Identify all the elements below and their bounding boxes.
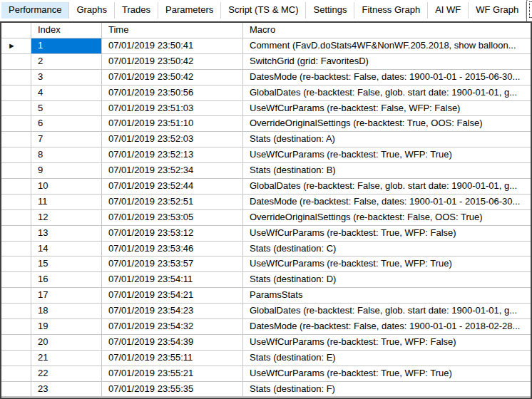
row-selector[interactable]: [1, 272, 31, 288]
cell-index[interactable]: 17: [31, 288, 102, 304]
row-selector[interactable]: ►: [1, 38, 31, 54]
cell-time[interactable]: 07/01/2019 23:51:03: [102, 101, 243, 117]
cell-macro[interactable]: Stats (destination: C): [243, 242, 531, 257]
column-header-time[interactable]: Time: [102, 23, 243, 38]
row-selector[interactable]: [1, 179, 31, 195]
cell-index[interactable]: 21: [31, 351, 102, 366]
cell-macro[interactable]: Stats (destination: F): [243, 382, 531, 398]
row-selector[interactable]: [1, 210, 31, 226]
cell-time[interactable]: 07/01/2019 23:53:57: [102, 256, 243, 272]
cell-index[interactable]: 15: [31, 256, 102, 272]
row-selector[interactable]: [1, 147, 31, 163]
tab-trades[interactable]: Trades: [115, 2, 158, 19]
cell-index[interactable]: 9: [31, 163, 102, 179]
cell-index[interactable]: 10: [31, 179, 102, 195]
cell-index[interactable]: 12: [31, 210, 102, 226]
cell-macro[interactable]: Stats (destination: B): [243, 163, 531, 179]
cell-index[interactable]: 18: [31, 304, 102, 319]
cell-macro[interactable]: Stats (destination: D): [243, 272, 531, 288]
tab-fitness-graph[interactable]: Fitness Graph: [354, 2, 428, 19]
row-selector[interactable]: [1, 195, 31, 210]
cell-macro[interactable]: Stats (destination: E): [243, 351, 531, 366]
cell-time[interactable]: 07/01/2019 23:54:21: [102, 288, 243, 304]
cell-index[interactable]: 7: [31, 132, 102, 147]
tab-wf-graph[interactable]: WF Graph: [469, 2, 526, 19]
cell-macro[interactable]: GlobalDates (re-backtest: False, glob. s…: [243, 179, 531, 195]
cell-macro[interactable]: GlobalDates (re-backtest: False, glob. s…: [243, 86, 531, 101]
cell-index[interactable]: 23: [31, 382, 102, 398]
cell-time[interactable]: 07/01/2019 23:53:05: [102, 210, 243, 226]
cell-index[interactable]: 4: [31, 86, 102, 101]
cell-macro[interactable]: UseWfCurParams (re-backtest: True, WFP: …: [243, 335, 531, 351]
cell-time[interactable]: 07/01/2019 23:50:42: [102, 70, 243, 86]
cell-index[interactable]: 1: [31, 38, 102, 54]
cell-index[interactable]: 6: [31, 116, 102, 132]
cell-time[interactable]: 07/01/2019 23:51:10: [102, 116, 243, 132]
cell-index[interactable]: 11: [31, 195, 102, 210]
cell-macro[interactable]: UseWfCurParams (re-backtest: False, WFP:…: [243, 101, 531, 117]
cell-time[interactable]: 07/01/2019 23:52:34: [102, 163, 243, 179]
row-selector[interactable]: [1, 382, 31, 398]
row-selector[interactable]: [1, 351, 31, 366]
row-selector[interactable]: [1, 256, 31, 272]
cell-time[interactable]: 07/01/2019 23:52:03: [102, 132, 243, 147]
row-selector[interactable]: [1, 288, 31, 304]
cell-time[interactable]: 07/01/2019 23:53:46: [102, 242, 243, 257]
cell-macro[interactable]: DatesMode (re-backtest: False, dates: 19…: [243, 70, 531, 86]
cell-time[interactable]: 07/01/2019 23:50:56: [102, 86, 243, 101]
row-selector[interactable]: [1, 242, 31, 257]
cell-macro[interactable]: SwitchGrid (grid: FavoritesD): [243, 54, 531, 70]
tab-parameters[interactable]: Parameters: [158, 2, 221, 19]
row-selector[interactable]: [1, 86, 31, 101]
cell-macro[interactable]: Stats (destination: A): [243, 132, 531, 147]
cell-index[interactable]: 19: [31, 319, 102, 335]
cell-time[interactable]: 07/01/2019 23:54:32: [102, 319, 243, 335]
cell-macro[interactable]: DatesMode (re-backtest: False, dates: 19…: [243, 319, 531, 335]
cell-time[interactable]: 07/01/2019 23:50:42: [102, 54, 243, 70]
cell-time[interactable]: 07/01/2019 23:52:44: [102, 179, 243, 195]
row-selector[interactable]: [1, 116, 31, 132]
row-selector[interactable]: [1, 163, 31, 179]
row-selector[interactable]: [1, 226, 31, 242]
tab-graphs[interactable]: Graphs: [69, 2, 115, 19]
row-selector[interactable]: [1, 366, 31, 382]
column-header-index[interactable]: Index: [31, 23, 102, 38]
cell-time[interactable]: 07/01/2019 23:55:35: [102, 382, 243, 398]
cell-time[interactable]: 07/01/2019 23:50:41: [102, 38, 243, 54]
cell-time[interactable]: 07/01/2019 23:54:23: [102, 304, 243, 319]
cell-index[interactable]: 16: [31, 272, 102, 288]
cell-index[interactable]: 13: [31, 226, 102, 242]
column-header-macro[interactable]: Macro: [243, 23, 531, 38]
cell-time[interactable]: 07/01/2019 23:52:13: [102, 147, 243, 163]
cell-index[interactable]: 5: [31, 101, 102, 117]
cell-macro[interactable]: ParamsStats: [243, 288, 531, 304]
row-header-corner[interactable]: [1, 23, 31, 38]
cell-time[interactable]: 07/01/2019 23:55:21: [102, 366, 243, 382]
row-selector[interactable]: [1, 70, 31, 86]
tab-performance[interactable]: Performance: [1, 2, 69, 19]
row-selector[interactable]: [1, 335, 31, 351]
cell-macro[interactable]: UseWfCurParams (re-backtest: True, WFP: …: [243, 147, 531, 163]
tab-ai-wf[interactable]: AI WF: [428, 2, 469, 19]
cell-macro[interactable]: UseWfCurParams (re-backtest: True, WFP: …: [243, 256, 531, 272]
tab-script-ts-mc[interactable]: Script (TS & MC): [221, 2, 306, 19]
row-selector[interactable]: [1, 101, 31, 117]
cell-time[interactable]: 07/01/2019 23:55:11: [102, 351, 243, 366]
cell-macro[interactable]: OverrideOriginalSettings (re-backtest: T…: [243, 116, 531, 132]
cell-index[interactable]: 2: [31, 54, 102, 70]
cell-index[interactable]: 14: [31, 242, 102, 257]
tab-macro-log[interactable]: Macro Log: [526, 0, 532, 21]
cell-macro[interactable]: OverrideOriginalSettings (re-backtest: F…: [243, 210, 531, 226]
cell-index[interactable]: 20: [31, 335, 102, 351]
cell-time[interactable]: 07/01/2019 23:54:39: [102, 335, 243, 351]
cell-index[interactable]: 3: [31, 70, 102, 86]
cell-index[interactable]: 22: [31, 366, 102, 382]
cell-macro[interactable]: GlobalDates (re-backtest: False, glob. s…: [243, 304, 531, 319]
cell-macro[interactable]: Comment (FavD.doStats4WF&NonWF.205.2018,…: [243, 38, 531, 54]
cell-time[interactable]: 07/01/2019 23:53:12: [102, 226, 243, 242]
cell-index[interactable]: 8: [31, 147, 102, 163]
cell-macro[interactable]: DatesMode (re-backtest: False, dates: 19…: [243, 195, 531, 210]
row-selector[interactable]: [1, 132, 31, 147]
cell-macro[interactable]: UseWfCurParams (re-backtest: True, WFP: …: [243, 366, 531, 382]
cell-time[interactable]: 07/01/2019 23:52:51: [102, 195, 243, 210]
